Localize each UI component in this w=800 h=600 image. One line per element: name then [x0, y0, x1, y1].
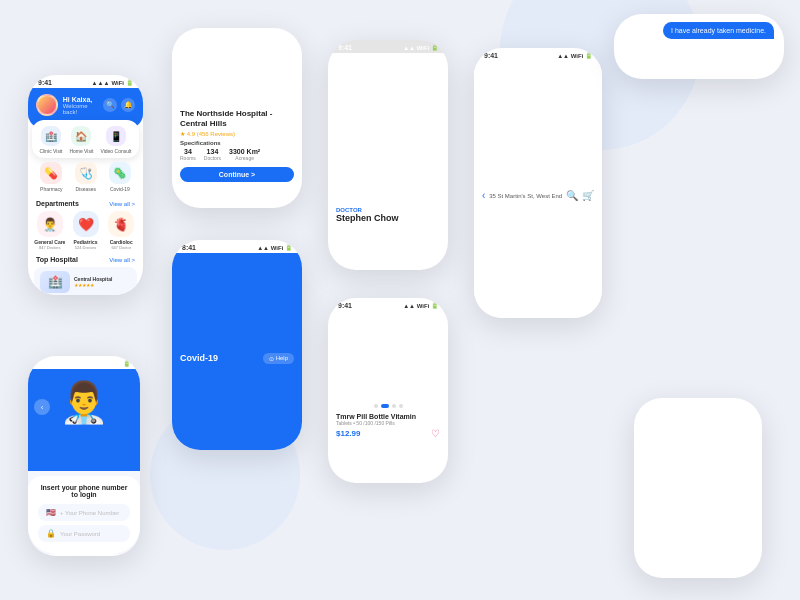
status-bar-6: 9:41 ▲▲ WiFi 🔋	[474, 48, 602, 61]
general-icon: 👨‍⚕️	[37, 211, 63, 237]
search-icon[interactable]: 🔍	[103, 98, 117, 112]
product-info: Tmrw Pill Bottle Vitamin Tablets • 50 /1…	[328, 411, 448, 483]
dot-3[interactable]	[392, 404, 396, 408]
pharmacy-icon: 💊	[40, 162, 62, 184]
status-bar-1: 9:41 ▲▲▲ WiFi 🔋	[28, 75, 143, 88]
product-price-row: $12.99 ♡	[336, 428, 440, 439]
acreage-num: 3300 Km²	[229, 148, 260, 155]
lock-icon: 🔒	[46, 529, 56, 538]
covid-icon: 🦠	[109, 162, 131, 184]
product-name: Tmrw Pill Bottle Vitamin	[336, 413, 440, 420]
hosp-details: Central Hospital ★★★★★	[74, 276, 131, 288]
top-hospital-title: Top Hospital	[36, 256, 78, 263]
help-label: Help	[276, 355, 288, 361]
cardio-icon: 🫀	[108, 211, 134, 237]
status-icons-5: ▲▲ WiFi 🔋	[403, 302, 438, 309]
service-row: 💊 Pharmacy 🩺 Diseases 🦠 Covid-19	[28, 158, 143, 196]
spec-rooms: 34 Rooms	[180, 148, 196, 161]
specs-row: 34 Rooms 134 Doctors 3300 Km² Acreage	[180, 148, 294, 161]
diseases-btn[interactable]: 🩺 Diseases	[75, 162, 97, 192]
phone-placeholder: + Your Phone Number	[60, 510, 119, 516]
login-back-btn[interactable]: ‹	[34, 399, 50, 415]
doctor-name: Stephen Chow	[336, 213, 440, 223]
hospital-name: The Northside Hospital - Central Hills	[180, 109, 294, 128]
clinic-visit-btn[interactable]: 🏥 Clinic Visit	[39, 126, 62, 154]
pharmacy-cart-icon[interactable]: 🛒	[582, 190, 594, 201]
home-visit-btn[interactable]: 🏠 Home Visit	[69, 126, 93, 154]
user-avatar	[36, 94, 58, 116]
spec-doctors: 134 Doctors	[204, 148, 221, 161]
password-field[interactable]: 🔒 Your Password	[38, 525, 130, 542]
login-bg: ‹ 👨‍⚕️ Insert your phone number to login…	[28, 369, 140, 554]
covid-label: Covid-19	[109, 186, 131, 192]
quick-actions: 🏥 Clinic Visit 🏠 Home Visit 📱 Video Cons…	[32, 120, 139, 158]
product-sub: Tablets • 50 /100 /150 Pills	[336, 420, 440, 426]
phone-doctor-profile: 9:41 ▲▲ 🔋 ‹ 👨‍⚕️ Dr. Beard General Pract…	[634, 398, 762, 578]
phone-field[interactable]: 🇺🇸 + Your Phone Number	[38, 504, 130, 521]
dept-view-all[interactable]: View all >	[109, 201, 135, 207]
dot-4[interactable]	[399, 404, 403, 408]
home-label: Home Visit	[69, 148, 93, 154]
clinic-icon: 🏥	[41, 126, 61, 146]
home-icon: 🏠	[71, 126, 91, 146]
doctors-num: 134	[204, 148, 221, 155]
covid-header: Covid-19 ⊙ Help	[172, 253, 302, 450]
time-4: 9:41	[338, 44, 352, 51]
time-8: 9:41	[38, 360, 52, 367]
pharmacy-search-icon[interactable]: 🔍	[566, 190, 578, 201]
dept-pediatrics-count: 524 Doctors	[70, 245, 102, 250]
continue-button[interactable]: Continue >	[180, 167, 294, 182]
dept-cardio[interactable]: 🫀 Cardioloc 647 Doctor	[105, 211, 137, 250]
product-price: $12.99	[336, 429, 360, 438]
phone-videocall: 9:41 ▲▲ WiFi 🔋 👩‍⚕️ ‹ ⚙ 👤 Doctor Stephen…	[328, 40, 448, 270]
dept-general-count: 847 Doctors	[34, 245, 66, 250]
time-5: 9:41	[338, 302, 352, 309]
dept-cardio-count: 647 Doctor	[105, 245, 137, 250]
departments-row: 👨‍⚕️ General Care 847 Doctors ❤️ Pediatr…	[28, 209, 143, 252]
hosp-view-all[interactable]: View all >	[109, 257, 135, 263]
status-icons-6: ▲▲ WiFi 🔋	[557, 52, 592, 59]
doctor-info: Doctor Stephen Chow	[328, 203, 448, 270]
header-actions: 🔍 🔔	[103, 98, 135, 112]
pediatrics-icon: ❤️	[73, 211, 99, 237]
chat-message: I have already taken medicine.	[663, 22, 774, 39]
chat-area: I have already taken medicine.	[614, 14, 784, 79]
dept-general[interactable]: 👨‍⚕️ General Care 847 Doctors	[34, 211, 66, 250]
covid-title: Covid-19	[180, 353, 218, 363]
help-button[interactable]: ⊙ Help	[263, 353, 294, 364]
status-icons-4: ▲▲ WiFi 🔋	[403, 44, 438, 51]
wishlist-btn[interactable]: ♡	[431, 428, 440, 439]
doctors-label: Doctors	[204, 155, 221, 161]
address-text: 35 St Martin's St, West End	[489, 193, 562, 199]
status-icons-3: ▲▲ WiFi 🔋	[257, 244, 292, 251]
greeting-sub: Welcome back!	[63, 103, 103, 115]
status-bar-3: 8:41 ▲▲ WiFi 🔋	[172, 240, 302, 253]
pharmacy-btn[interactable]: 💊 Pharmacy	[40, 162, 63, 192]
dept-pediatrics[interactable]: ❤️ Pediatrics 524 Doctors	[70, 211, 102, 250]
hospital-item[interactable]: 🏥 Central Hospital ★★★★★	[34, 267, 137, 295]
pharmacy-back[interactable]: ‹	[482, 190, 485, 201]
hospital-section: 🏥 Central Hospital ★★★★★	[28, 265, 143, 295]
video-consult-btn[interactable]: 📱 Video Consult	[100, 126, 131, 154]
time-3: 8:41	[182, 244, 196, 251]
spec-acreage: 3300 Km² Acreage	[229, 148, 260, 161]
dot-1[interactable]	[374, 404, 378, 408]
status-icons-8: ▲▲ 🔋	[109, 360, 130, 367]
hosp-header: Top Hospital View all >	[28, 252, 143, 265]
specs-title: Specifications	[180, 140, 294, 146]
status-bar-8: 9:41 ▲▲ 🔋	[28, 356, 140, 369]
phone-hospital: 🏥 ♡ The Northside Hospital - Central Hil…	[172, 28, 302, 208]
pharmacy-icons: 🔍 🛒	[566, 190, 594, 201]
clinic-label: Clinic Visit	[39, 148, 62, 154]
dot-2[interactable]	[381, 404, 389, 408]
notification-icon[interactable]: 🔔	[121, 98, 135, 112]
video-label: Video Consult	[100, 148, 131, 154]
dept-title: Departments	[36, 200, 79, 207]
greeting-text: Hi Kaixa,	[63, 96, 103, 103]
phone-covid: 8:41 ▲▲ WiFi 🔋 Covid-19 ⊙ Help 🌍	[172, 240, 302, 450]
status-icons-1: ▲▲▲ WiFi 🔋	[92, 79, 133, 86]
covid-btn[interactable]: 🦠 Covid-19	[109, 162, 131, 192]
rooms-label: Rooms	[180, 155, 196, 161]
phone-product: 9:41 ▲▲ WiFi 🔋 -30% +Tmrw PILLBOTTLE Tmr…	[328, 298, 448, 483]
diseases-icon: 🩺	[75, 162, 97, 184]
